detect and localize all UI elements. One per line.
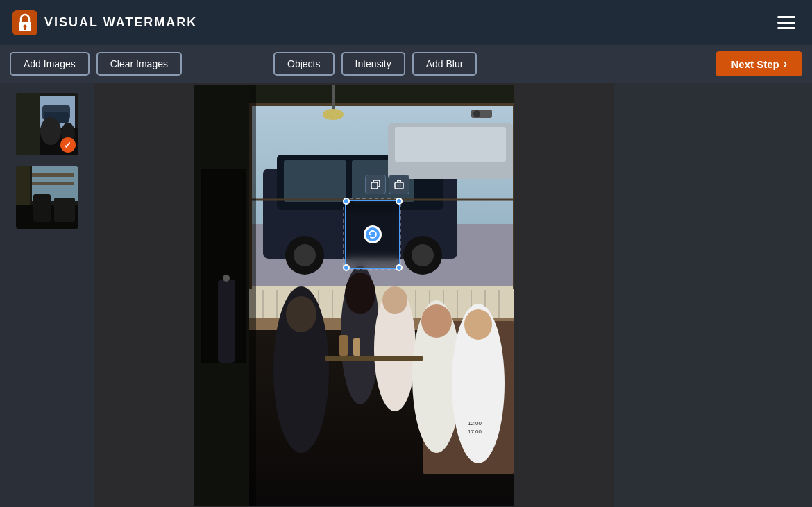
logo-icon [12, 10, 37, 35]
copy-object-button[interactable] [365, 175, 386, 194]
svg-point-86 [223, 275, 230, 282]
svg-point-70 [464, 309, 492, 340]
next-step-label: Next Step [731, 58, 779, 70]
rotate-handle[interactable] [364, 225, 382, 243]
canvas-area[interactable]: 12:00 17:00 [94, 83, 614, 507]
app-header: VISUAL WATERMARK [0, 0, 812, 45]
svg-rect-88 [371, 182, 378, 189]
svg-rect-82 [332, 85, 335, 113]
main-image: 12:00 17:00 [194, 85, 514, 506]
svg-rect-18 [33, 194, 51, 222]
svg-rect-89 [395, 182, 403, 189]
svg-rect-77 [513, 105, 514, 289]
svg-rect-19 [54, 198, 75, 222]
blur-selection-box[interactable] [345, 200, 400, 269]
objects-button[interactable]: Objects [273, 52, 334, 76]
svg-point-68 [421, 304, 452, 338]
svg-rect-37 [395, 127, 506, 162]
handle-top-right[interactable] [396, 198, 403, 205]
svg-point-81 [473, 110, 480, 117]
selected-check-icon: ✓ [60, 137, 76, 153]
next-step-button[interactable]: Next Step › [716, 51, 802, 76]
svg-rect-85 [218, 280, 235, 363]
handle-top-left[interactable] [343, 198, 350, 205]
handle-bottom-left[interactable] [343, 264, 350, 271]
delete-object-button[interactable] [389, 175, 409, 194]
hamburger-menu-button[interactable] [773, 12, 800, 33]
svg-rect-12 [16, 93, 40, 155]
toolbar-center-actions: Objects Intensity Add Blur [273, 52, 477, 76]
chevron-right-icon: › [784, 58, 787, 70]
hamburger-line [777, 22, 795, 24]
hamburger-line [777, 27, 795, 29]
svg-point-10 [40, 117, 61, 145]
svg-rect-75 [353, 338, 360, 356]
svg-rect-20 [32, 173, 74, 177]
svg-rect-74 [339, 335, 348, 356]
svg-text:12:00: 12:00 [468, 420, 482, 427]
intensity-button[interactable]: Intensity [341, 52, 405, 76]
svg-rect-73 [325, 356, 423, 361]
hamburger-line [777, 16, 795, 18]
svg-point-2 [24, 24, 27, 28]
svg-point-83 [323, 109, 344, 120]
thumbnail-2[interactable] [16, 166, 78, 229]
toolbar: Add Images Clear Images Objects Intensit… [0, 45, 812, 83]
svg-point-35 [412, 244, 434, 266]
handle-bottom-right[interactable] [396, 264, 403, 271]
blur-object-toolbar [365, 175, 409, 194]
logo-area: VISUAL WATERMARK [12, 10, 197, 35]
add-images-button[interactable]: Add Images [10, 52, 90, 76]
thumbnail-1[interactable]: ✓ [16, 93, 78, 155]
add-blur-button[interactable]: Add Blur [412, 52, 477, 76]
svg-point-33 [294, 244, 316, 266]
svg-rect-30 [284, 160, 346, 202]
image-sidebar: ✓ [0, 83, 94, 507]
app-title: VISUAL WATERMARK [44, 15, 197, 30]
svg-point-65 [382, 286, 407, 314]
svg-rect-21 [32, 182, 74, 185]
svg-point-60 [286, 296, 316, 332]
scene-background: 12:00 17:00 [194, 85, 514, 506]
svg-point-63 [345, 273, 375, 314]
right-panel [614, 83, 812, 507]
clear-images-button[interactable]: Clear Images [96, 52, 182, 76]
svg-text:17:00: 17:00 [468, 429, 482, 435]
main-area: ✓ [0, 83, 812, 507]
